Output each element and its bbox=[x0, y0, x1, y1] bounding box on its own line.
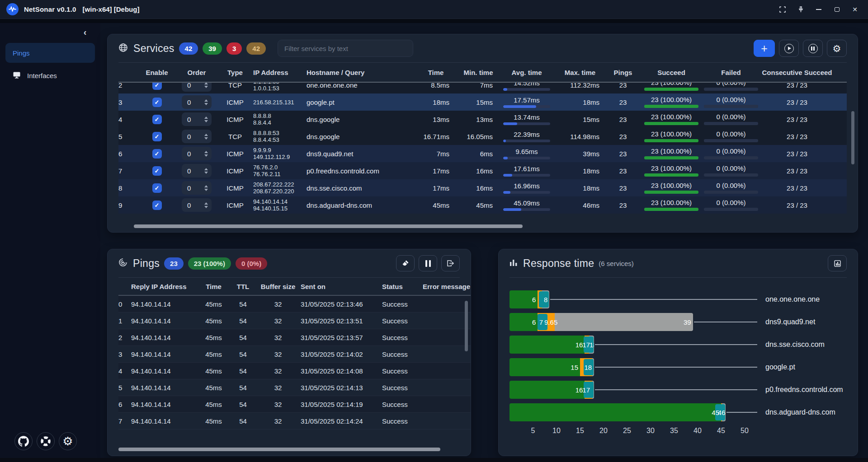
column-header[interactable]: Time bbox=[415, 69, 457, 76]
column-header[interactable]: Error message bbox=[423, 283, 471, 290]
services-settings-button[interactable]: ⚙ bbox=[827, 40, 847, 57]
sidebar-item-label: Interfaces bbox=[27, 72, 57, 79]
order-stepper[interactable]: 0 bbox=[182, 112, 212, 126]
pin-button[interactable] bbox=[794, 4, 807, 15]
services-vertical-scrollbar[interactable] bbox=[851, 111, 854, 164]
column-header[interactable]: Failed bbox=[703, 69, 759, 76]
column-header[interactable]: TTL bbox=[231, 283, 255, 290]
column-header[interactable]: Order bbox=[176, 69, 217, 76]
ping-row[interactable]: 494.140.14.1445ms543231/05/2025 02:14:08… bbox=[118, 363, 471, 379]
play-icon bbox=[784, 44, 794, 53]
column-header[interactable]: Consecutive Succeed bbox=[759, 69, 835, 76]
support-button[interactable] bbox=[37, 432, 55, 450]
enable-checkbox[interactable]: ✓ bbox=[152, 83, 162, 90]
ping-row[interactable]: 394.140.14.1445ms543231/05/2025 02:14:02… bbox=[118, 346, 471, 363]
minimize-button[interactable] bbox=[812, 4, 826, 15]
bar-value-label: 46 bbox=[718, 409, 726, 416]
column-header[interactable]: Reply IP Address bbox=[131, 283, 197, 290]
column-header[interactable]: Time bbox=[197, 283, 231, 290]
service-row[interactable]: 3✓0ICMP216.58.215.131google.pt18ms15ms17… bbox=[118, 93, 847, 111]
enable-checkbox[interactable]: ✓ bbox=[152, 98, 162, 107]
service-row[interactable]: 7✓0ICMP76.76.2.076.76.2.11p0.freedns.con… bbox=[118, 162, 847, 179]
column-header[interactable]: Status bbox=[382, 283, 423, 290]
pings-horizontal-scrollbar[interactable] bbox=[118, 448, 440, 451]
min-time-segment bbox=[509, 336, 585, 354]
axis-tick-label: 15 bbox=[576, 427, 584, 435]
column-header[interactable]: Succeed bbox=[639, 69, 703, 76]
chart-bar-row: 161718dns.sse.cisco.com bbox=[509, 336, 847, 354]
enable-checkbox[interactable]: ✓ bbox=[152, 183, 162, 193]
column-header[interactable]: Buffer size bbox=[255, 283, 301, 290]
ping-row[interactable]: 594.140.14.1445ms543231/05/2025 02:14:13… bbox=[118, 379, 471, 396]
pause-pings-button[interactable] bbox=[803, 40, 823, 57]
column-header[interactable]: IP Address bbox=[253, 69, 307, 76]
column-header[interactable]: Sent on bbox=[301, 283, 382, 290]
column-header[interactable]: Max. time bbox=[553, 69, 607, 76]
order-stepper[interactable]: 0 bbox=[182, 95, 212, 109]
order-stepper[interactable]: 0 bbox=[182, 130, 212, 143]
close-button[interactable]: ✕ bbox=[848, 4, 862, 15]
export-icon bbox=[447, 260, 454, 267]
ping-row[interactable]: 794.140.14.1445ms543231/05/2025 02:14:24… bbox=[118, 413, 471, 429]
order-stepper[interactable]: 0 bbox=[182, 147, 212, 160]
count-badge: 23 (100%) bbox=[188, 257, 231, 270]
pause-ping-log-button[interactable] bbox=[419, 255, 437, 271]
maximize-button[interactable] bbox=[830, 4, 844, 15]
pings-vertical-scrollbar[interactable] bbox=[465, 301, 468, 351]
column-header[interactable]: Min. time bbox=[457, 69, 500, 76]
axis-tick-label: 20 bbox=[599, 427, 608, 435]
order-stepper[interactable]: 0 bbox=[182, 181, 212, 195]
services-panel: Services 4239342 + ⚙ EnableOrderTypeIP A… bbox=[107, 34, 858, 233]
sidebar-collapse-button[interactable]: ‹ bbox=[80, 27, 90, 37]
chart-bar-row: 1617p0.freedns.controld.com bbox=[509, 381, 847, 399]
services-horizontal-scrollbar[interactable] bbox=[134, 224, 523, 228]
start-pings-button[interactable] bbox=[779, 40, 799, 57]
bar-value-label: 18 bbox=[584, 364, 594, 371]
column-header[interactable]: Enable bbox=[137, 69, 176, 76]
ping-row[interactable]: 694.140.14.1445ms543231/05/2025 02:14:19… bbox=[118, 396, 471, 413]
sidebar-item-pings[interactable]: Pings bbox=[5, 43, 95, 63]
ping-row[interactable]: 294.140.14.1445ms543231/05/2025 02:13:57… bbox=[118, 329, 471, 346]
column-header[interactable]: Pings bbox=[607, 69, 639, 76]
order-stepper[interactable]: 0 bbox=[182, 164, 212, 177]
min-time-segment bbox=[509, 381, 585, 399]
enable-checkbox[interactable]: ✓ bbox=[152, 132, 162, 141]
add-service-button[interactable]: + bbox=[754, 40, 775, 57]
service-row[interactable]: 2✓0TCP1.1.1.1:531.0.0.1:53one.one.one.on… bbox=[118, 83, 847, 93]
service-row[interactable]: 4✓0ICMP8.8.8.88.8.4.4dns.google13ms13ms1… bbox=[118, 111, 847, 128]
sidebar-item-interfaces[interactable]: Interfaces bbox=[5, 65, 95, 85]
bar-chart-icon bbox=[509, 258, 518, 268]
bar-value-label: 15 bbox=[571, 364, 580, 371]
ping-row[interactable]: 094.140.14.1445ms543231/05/2025 02:13:46… bbox=[118, 296, 471, 313]
github-button[interactable] bbox=[14, 432, 33, 450]
ping-icon bbox=[118, 258, 127, 269]
clear-pings-button[interactable] bbox=[396, 255, 415, 271]
chart-bar-row: 1518google.pt bbox=[509, 358, 847, 376]
settings-button[interactable]: ⚙ bbox=[59, 432, 77, 450]
order-stepper[interactable]: 0 bbox=[182, 83, 212, 92]
export-pings-button[interactable] bbox=[441, 255, 460, 271]
ping-row[interactable]: 194.140.14.1445ms543231/05/2025 02:13:51… bbox=[118, 313, 471, 329]
service-row[interactable]: 6✓0ICMP9.9.9.9149.112.112.9dns9.quad9.ne… bbox=[118, 145, 847, 162]
service-row[interactable]: 8✓0ICMP208.67.222.222208.67.220.220dns.s… bbox=[118, 179, 847, 196]
column-header[interactable]: Hostname / Query bbox=[307, 69, 415, 76]
enable-checkbox[interactable]: ✓ bbox=[152, 201, 162, 210]
pings-table-header: Reply IP AddressTimeTTLBuffer sizeSent o… bbox=[118, 278, 471, 296]
order-stepper[interactable]: 0 bbox=[182, 198, 212, 212]
axis-tick-label: 25 bbox=[623, 427, 631, 435]
service-row[interactable]: 9✓0ICMP94.140.14.1494.140.15.15dns.adgua… bbox=[118, 196, 847, 214]
enable-checkbox[interactable]: ✓ bbox=[152, 115, 162, 124]
services-filter-input[interactable] bbox=[278, 40, 413, 57]
app-title: NetSonar v0.1.0 bbox=[24, 5, 76, 13]
column-header[interactable]: Type bbox=[217, 69, 253, 76]
bar-value-label: 9.65 bbox=[544, 318, 559, 326]
chart-options-button[interactable] bbox=[828, 255, 847, 271]
enable-checkbox[interactable]: ✓ bbox=[152, 149, 162, 159]
column-header[interactable]: Avg. time bbox=[500, 69, 553, 76]
service-row[interactable]: 5✓0TCP8.8.8.8:538.8.4.4:53dns.google16.7… bbox=[118, 128, 847, 145]
count-badge: 0 (0%) bbox=[236, 257, 267, 270]
fullscreen-button[interactable] bbox=[776, 4, 789, 15]
response-time-title: Response time bbox=[523, 257, 594, 270]
bar-value-label: 6 bbox=[532, 318, 538, 326]
enable-checkbox[interactable]: ✓ bbox=[152, 166, 162, 176]
